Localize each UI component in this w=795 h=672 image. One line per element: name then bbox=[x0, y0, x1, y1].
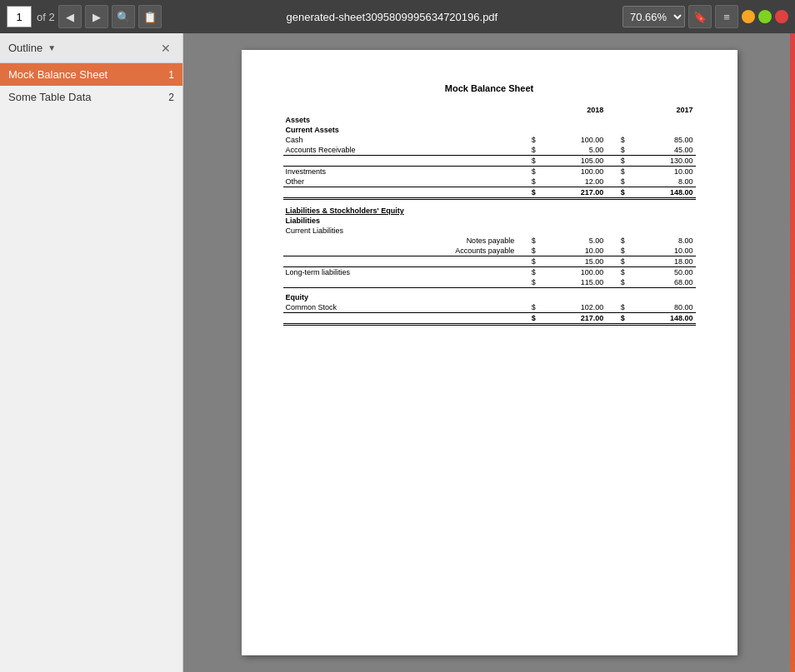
current-assets-row: Current Assets bbox=[283, 125, 696, 135]
pdf-viewer[interactable]: Mock Balance Sheet 2018 2017 Assets bbox=[183, 33, 795, 672]
liabilities-equity-label: Liabilities & Stockholders' Equity bbox=[283, 206, 518, 216]
liabilities-equity-header-row: Liabilities & Stockholders' Equity bbox=[283, 206, 696, 216]
menu-button[interactable]: ≡ bbox=[715, 5, 738, 28]
assets-header-row: Assets bbox=[283, 115, 696, 125]
accounts-payable-label: Accounts payable bbox=[283, 246, 518, 256]
sidebar-item-page: 1 bbox=[168, 69, 174, 81]
outline-button[interactable]: 📋 bbox=[138, 5, 162, 28]
sidebar-header: Outline ▼ ✕ bbox=[0, 33, 182, 63]
notes-payable-row: Notes payable $ 5.00 $ 8.00 bbox=[283, 236, 696, 246]
longterm-row: Long-term liabilities $ 100.00 $ 50.00 bbox=[283, 266, 696, 277]
inv-2018: 100.00 bbox=[538, 167, 607, 177]
total-le-2017: 148.00 bbox=[628, 313, 696, 325]
ca-subtotal-2017: 130.00 bbox=[628, 156, 696, 167]
balance-sheet-table: 2018 2017 Assets Current Assets bbox=[283, 105, 696, 326]
np-2017: 8.00 bbox=[628, 236, 696, 246]
ar-2017: 45.00 bbox=[628, 145, 696, 156]
year1-header: 2018 bbox=[538, 105, 607, 115]
total-le-row: $ 217.00 $ 148.00 bbox=[283, 313, 696, 325]
current-assets-label: Current Assets bbox=[283, 125, 518, 135]
ar-2018: 5.00 bbox=[538, 145, 607, 156]
ca-subtotal-row: $ 105.00 $ 130.00 bbox=[283, 156, 696, 167]
sidebar-item-label: Some Table Data bbox=[8, 91, 92, 103]
np-2018: 5.00 bbox=[538, 236, 607, 246]
common-stock-label: Common Stock bbox=[283, 302, 518, 313]
equity-label: Equity bbox=[283, 292, 518, 302]
bs-title: Mock Balance Sheet bbox=[283, 83, 696, 93]
search-button[interactable]: 🔍 bbox=[112, 5, 135, 28]
sidebar-close-button[interactable]: ✕ bbox=[158, 42, 174, 55]
ar-label: Accounts Receivable bbox=[283, 145, 518, 156]
close-button[interactable] bbox=[775, 10, 788, 23]
total-liabilities-row: $ 115.00 $ 68.00 bbox=[283, 277, 696, 288]
outline-dropdown-arrow: ▼ bbox=[48, 43, 56, 52]
sidebar-title: Outline bbox=[8, 42, 42, 54]
cash-label: Cash bbox=[283, 135, 518, 145]
notes-payable-label: Notes payable bbox=[283, 236, 518, 246]
current-liabilities-label: Current Liabilities bbox=[283, 226, 518, 236]
bookmark-button[interactable]: 🔖 bbox=[688, 5, 712, 28]
total-assets-row: $ 217.00 $ 148.00 bbox=[283, 187, 696, 199]
current-liabilities-row: Current Liabilities bbox=[283, 226, 696, 236]
cash-2018: 100.00 bbox=[538, 135, 607, 145]
other-row: Other $ 12.00 $ 8.00 bbox=[283, 177, 696, 187]
liabilities-label: Liabilities bbox=[283, 216, 518, 226]
pdf-page: Mock Balance Sheet 2018 2017 Assets bbox=[242, 50, 738, 655]
other-2017: 8.00 bbox=[628, 177, 696, 187]
ar-row: Accounts Receivable $ 5.00 $ 45.00 bbox=[283, 145, 696, 156]
cs-2017: 80.00 bbox=[628, 302, 696, 313]
other-label: Other bbox=[283, 177, 518, 187]
zoom-select[interactable]: 50% 70.66% 75% 100% 125% 150% bbox=[622, 6, 685, 27]
toolbar: 1 of 2 ◀ ▶ 🔍 📋 generated-sheet3095809995… bbox=[0, 0, 795, 33]
ca-subtotal-2018: 105.00 bbox=[538, 156, 607, 167]
year-header-row: 2018 2017 bbox=[283, 105, 696, 115]
right-scroll-bar[interactable] bbox=[790, 33, 795, 672]
total-assets-2018: 217.00 bbox=[538, 187, 607, 199]
longterm-label: Long-term liabilities bbox=[283, 266, 518, 277]
year2-header: 2017 bbox=[628, 105, 696, 115]
liabilities-header-row: Liabilities bbox=[283, 216, 696, 226]
main-area: Outline ▼ ✕ Mock Balance Sheet 1 Some Ta… bbox=[0, 33, 795, 672]
ap-2017: 10.00 bbox=[628, 246, 696, 256]
sidebar-item-mock-balance-sheet[interactable]: Mock Balance Sheet 1 bbox=[0, 63, 182, 86]
cash-2017: 85.00 bbox=[628, 135, 696, 145]
cl-subtotal-2017: 18.00 bbox=[628, 256, 696, 266]
inv-2017: 10.00 bbox=[628, 167, 696, 177]
next-page-button[interactable]: ▶ bbox=[85, 5, 108, 28]
total-liabilities-2018: 115.00 bbox=[538, 277, 607, 288]
sidebar-item-label: Mock Balance Sheet bbox=[8, 68, 108, 81]
prev-page-button[interactable]: ◀ bbox=[58, 5, 82, 28]
investments-row: Investments $ 100.00 $ 10.00 bbox=[283, 167, 696, 177]
total-assets-2017: 148.00 bbox=[628, 187, 696, 199]
sidebar: Outline ▼ ✕ Mock Balance Sheet 1 Some Ta… bbox=[0, 33, 183, 672]
page-of-label: of 2 bbox=[37, 11, 55, 23]
document-title: generated-sheet3095809995634720196.pdf bbox=[165, 11, 619, 23]
cash-row: Cash $ 100.00 $ 85.00 bbox=[283, 135, 696, 145]
maximize-button[interactable] bbox=[758, 10, 772, 23]
cl-subtotal-2018: 15.00 bbox=[538, 256, 607, 266]
total-liabilities-2017: 68.00 bbox=[628, 277, 696, 288]
accounts-payable-row: Accounts payable $ 10.00 $ 10.00 bbox=[283, 246, 696, 256]
ap-2018: 10.00 bbox=[538, 246, 607, 256]
minimize-button[interactable] bbox=[742, 10, 755, 23]
investments-label: Investments bbox=[283, 167, 518, 177]
common-stock-row: Common Stock $ 102.00 $ 80.00 bbox=[283, 302, 696, 313]
sidebar-item-some-table-data[interactable]: Some Table Data 2 bbox=[0, 86, 182, 108]
page-number-input[interactable]: 1 bbox=[7, 6, 32, 27]
total-le-2018: 217.00 bbox=[538, 313, 607, 325]
equity-header-row: Equity bbox=[283, 292, 696, 302]
other-2018: 12.00 bbox=[538, 177, 607, 187]
lt-2018: 100.00 bbox=[538, 266, 607, 277]
assets-label: Assets bbox=[283, 115, 518, 125]
cs-2018: 102.00 bbox=[538, 302, 607, 313]
cl-subtotal-row: $ 15.00 $ 18.00 bbox=[283, 256, 696, 266]
sidebar-item-page: 2 bbox=[168, 92, 174, 103]
lt-2017: 50.00 bbox=[628, 266, 696, 277]
